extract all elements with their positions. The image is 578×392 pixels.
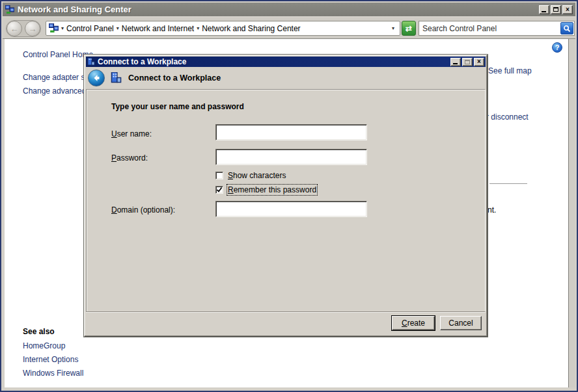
minimize-icon — [453, 63, 458, 64]
back-icon: ← — [10, 24, 19, 34]
see-also-heading: See also — [23, 327, 55, 336]
password-field[interactable] — [215, 149, 367, 165]
connect-to-workplace-dialog: Connect to a Workplace × — [84, 55, 488, 337]
navigation-toolbar: ← → ▾ Control Panel ▾ Network and Intern… — [3, 18, 575, 39]
disconnect-link-fragment[interactable]: r disconnect — [486, 112, 529, 122]
show-characters-checkbox[interactable] — [215, 172, 223, 179]
remember-password-label[interactable]: Remember this password — [228, 185, 316, 194]
search-input[interactable] — [419, 24, 560, 33]
sidebar-item-windows-firewall[interactable]: Windows Firewall — [23, 369, 83, 378]
search-box — [419, 21, 575, 36]
maximize-button[interactable] — [551, 5, 561, 14]
sidebar-item-homegroup[interactable]: HomeGroup — [23, 341, 65, 350]
dialog-titlebar: Connect to a Workplace × — [86, 57, 486, 67]
forward-icon: → — [29, 24, 37, 34]
sidebar-item-change-advanced-sharing[interactable]: Change advanced s — [23, 86, 85, 96]
breadcrumb-control-panel[interactable]: Control Panel — [66, 24, 114, 33]
create-button[interactable]: Create — [392, 316, 435, 330]
domain-label: Domain (optional): — [111, 205, 175, 215]
password-label: Password: — [111, 153, 148, 163]
breadcrumb-network-and-sharing-center[interactable]: Network and Sharing Center — [202, 24, 300, 33]
workplace-icon — [111, 72, 122, 83]
cancel-button[interactable]: Cancel — [440, 316, 482, 330]
maximize-icon — [553, 7, 558, 12]
workplace-icon — [87, 58, 95, 66]
chevron-down-icon[interactable]: ▾ — [61, 26, 64, 31]
network-sharing-center-window: Network and Sharing Center × ← → ▾ — [0, 0, 578, 392]
dialog-maximize-button — [462, 58, 473, 66]
address-bar[interactable]: ▾ Control Panel ▾ Network and Internet ▾… — [46, 21, 400, 36]
dialog-footer: Create Cancel — [86, 311, 486, 335]
breadcrumb-network-and-internet[interactable]: Network and Internet — [122, 24, 194, 33]
nav-buttons: ← → — [6, 20, 41, 37]
chevron-down-icon[interactable]: ▾ — [197, 26, 199, 31]
back-button[interactable]: ← — [7, 21, 22, 36]
see-full-map-link[interactable]: See full map — [488, 66, 532, 75]
remember-password-checkbox[interactable] — [215, 186, 223, 194]
divider — [489, 183, 527, 184]
dialog-header-title: Connect to a Workplace — [128, 73, 221, 83]
minimize-button[interactable] — [539, 5, 549, 14]
window-titlebar: Network and Sharing Center × — [3, 3, 575, 17]
maximize-icon — [465, 60, 470, 64]
window-title: Network and Sharing Center — [18, 5, 539, 14]
dialog-title: Connect to a Workplace — [98, 57, 450, 66]
back-arrow-icon — [92, 73, 101, 83]
minimize-icon — [542, 11, 546, 12]
chevron-down-icon[interactable]: ▾ — [117, 26, 119, 31]
text-fragment: nt. — [488, 205, 496, 215]
show-characters-row: Show characters — [215, 171, 286, 180]
search-button[interactable] — [560, 22, 573, 34]
network-icon — [49, 23, 59, 33]
dialog-close-button[interactable]: × — [474, 58, 484, 66]
dialog-back-button[interactable] — [88, 70, 105, 86]
remember-password-row: Remember this password — [215, 185, 316, 194]
sidebar-item-internet-options[interactable]: Internet Options — [23, 355, 78, 364]
address-dropdown-icon[interactable]: ▾ — [392, 26, 394, 31]
dialog-header: Connect to a Workplace — [86, 67, 486, 88]
search-icon — [563, 25, 571, 33]
network-icon — [5, 5, 14, 14]
refresh-button[interactable]: ⇄ — [402, 21, 416, 36]
refresh-icon: ⇄ — [406, 24, 412, 33]
close-icon: × — [566, 7, 570, 13]
username-label: User name: — [111, 129, 152, 138]
dialog-heading: Type your user name and password — [111, 102, 244, 111]
close-button[interactable]: × — [562, 5, 573, 14]
show-characters-label[interactable]: Show characters — [228, 171, 286, 180]
help-button[interactable]: ? — [552, 42, 562, 53]
close-icon: × — [477, 59, 481, 65]
sidebar-item-change-adapter-settings[interactable]: Change adapter set — [23, 73, 85, 82]
help-icon: ? — [555, 44, 560, 51]
dialog-content: Type your user name and password User na… — [86, 89, 486, 312]
window-frame-strip — [568, 39, 575, 387]
checkmark-icon — [216, 187, 223, 193]
forward-button[interactable]: → — [25, 21, 40, 36]
dialog-minimize-button[interactable] — [450, 58, 461, 66]
sidebar-item-control-panel-home[interactable]: Control Panel Home — [23, 50, 93, 59]
username-field[interactable] — [215, 124, 367, 140]
domain-field[interactable] — [215, 201, 367, 217]
